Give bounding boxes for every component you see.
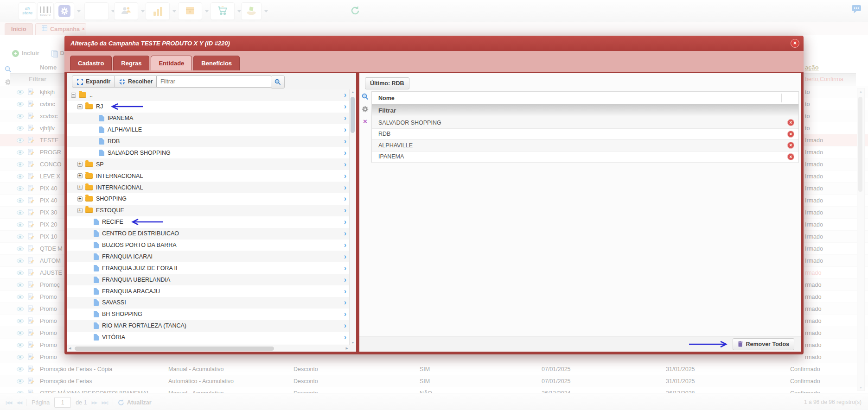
column-header-nome[interactable]: Nome <box>378 95 395 101</box>
scrollbar-thumb[interactable] <box>75 347 274 351</box>
list-item[interactable]: ALPHAVILLE <box>372 140 798 151</box>
dialog-close-button[interactable] <box>791 39 799 48</box>
tree-search-button[interactable] <box>271 76 285 88</box>
chevron-right-icon[interactable] <box>344 289 346 294</box>
chevron-right-icon[interactable] <box>344 277 346 283</box>
tree-item[interactable]: INTERNACIONAL <box>67 170 350 182</box>
gear-icon[interactable] <box>362 106 369 114</box>
chevron-right-icon[interactable] <box>344 231 346 236</box>
tree-item[interactable]: IPANEMA <box>67 113 350 124</box>
scrollbar-thumb[interactable] <box>351 97 355 133</box>
tree-node-icon <box>99 115 104 121</box>
tree-node-icon <box>94 277 99 283</box>
tree-item[interactable]: BUZIOS PORTO DA BARRA <box>67 240 350 251</box>
tree-toggle-icon[interactable] <box>77 173 83 178</box>
chevron-right-icon[interactable] <box>344 139 346 144</box>
chevron-right-icon[interactable] <box>344 323 346 328</box>
clear-filter-icon[interactable]: × <box>363 118 367 124</box>
chevron-right-icon[interactable] <box>344 127 346 132</box>
chevron-right-icon[interactable] <box>344 254 346 259</box>
tree-item[interactable]: VITÓRIA <box>67 332 350 343</box>
tree-toggle-icon[interactable] <box>77 162 83 167</box>
tree-item[interactable]: INTERNACIONAL <box>67 182 350 193</box>
scroll-up-icon[interactable]: ▲ <box>350 90 356 94</box>
list-item[interactable]: IPANEMA <box>372 151 798 163</box>
tree-node-label: BH SHOPPING <box>102 311 142 317</box>
remove-item-button[interactable] <box>787 119 794 126</box>
chevron-right-icon[interactable] <box>344 162 346 167</box>
last-selected-button[interactable]: Último: RDB <box>365 77 409 89</box>
tree-vertical-scrollbar[interactable]: ▲ ▼ <box>349 89 356 345</box>
tree-node-icon <box>85 196 93 202</box>
expand-icon <box>77 79 83 85</box>
chevron-right-icon[interactable] <box>344 150 346 156</box>
tree-item[interactable]: ESTOQUE <box>67 205 350 216</box>
tree-toggle-icon[interactable] <box>77 104 83 109</box>
search-icon <box>274 79 281 85</box>
scroll-left-icon[interactable]: ◀ <box>69 347 71 350</box>
dialog-tab-label: Cadastro <box>78 60 104 67</box>
tree-item[interactable]: BH SHOPPING <box>67 309 350 320</box>
expand-all-button[interactable]: Expandir <box>72 76 116 88</box>
chevron-right-icon[interactable] <box>344 173 346 179</box>
tree-node-icon <box>94 299 99 306</box>
list-filter-row[interactable]: Filtrar <box>372 105 798 117</box>
scroll-right-icon[interactable]: ▶ <box>346 347 348 350</box>
chevron-right-icon[interactable] <box>344 185 346 190</box>
collapse-all-button[interactable]: Recolher <box>114 76 158 88</box>
chevron-right-icon[interactable] <box>344 208 346 213</box>
dialog-tab[interactable]: Benefícios <box>193 56 240 70</box>
tree-filter-input[interactable] <box>156 76 271 88</box>
campaign-edit-dialog: Alteração da Campanha TESTE PRODUTO X Y … <box>64 36 804 354</box>
tree-toggle-icon[interactable] <box>77 208 83 213</box>
tree-node-icon <box>85 162 93 167</box>
dialog-tab[interactable]: Entidade <box>151 56 192 70</box>
tree-node-icon <box>94 242 99 248</box>
tree-toggle-icon[interactable] <box>71 93 76 98</box>
tree-item[interactable]: SHOPPING <box>67 193 350 205</box>
remove-item-button[interactable] <box>787 142 794 149</box>
tree-node-label: ALPHAVILLE <box>108 126 142 133</box>
tree-item[interactable]: .. <box>67 89 350 101</box>
tree-item[interactable]: FRANQUIA ICARAI <box>67 251 350 262</box>
tree-item[interactable]: SAVASSI <box>67 297 350 309</box>
dialog-tab[interactable]: Cadastro <box>70 56 112 70</box>
dialog-titlebar[interactable]: Alteração da Campanha TESTE PRODUTO X Y … <box>64 36 804 51</box>
annotation-arrow-left <box>110 103 144 110</box>
tree-item[interactable]: SP <box>67 158 350 170</box>
tree-item[interactable]: ALPHAVILLE <box>67 124 350 136</box>
tree-horizontal-scrollbar[interactable]: ◀ ▶ <box>67 345 350 352</box>
tree-item[interactable]: SALVADOR SHOPPING <box>67 147 350 158</box>
tree-item[interactable]: FRANQUIA JUIZ DE FORA II <box>67 262 350 274</box>
scroll-down-icon[interactable]: ▼ <box>350 341 356 344</box>
tree-node-label: FRANQUIA UBERLANDIA <box>102 277 170 283</box>
remove-all-button[interactable]: Remover Todos <box>733 338 794 350</box>
chevron-right-icon[interactable] <box>344 300 346 305</box>
dialog-tab[interactable]: Regras <box>113 56 149 70</box>
chevron-right-icon[interactable] <box>344 92 346 98</box>
chevron-right-icon[interactable] <box>344 115 346 121</box>
chevron-right-icon[interactable] <box>344 219 346 225</box>
list-item[interactable]: SALVADOR SHOPPING <box>372 117 798 129</box>
chevron-right-icon[interactable] <box>344 265 346 271</box>
tree-item[interactable]: FRANQUIA ARACAJU <box>67 285 350 297</box>
tree-item[interactable]: CENTRO DE DISTRIBUICAO <box>67 228 350 240</box>
tree-toggle-icon[interactable] <box>77 185 83 190</box>
chevron-right-icon[interactable] <box>344 242 346 248</box>
tree-item[interactable]: RIO MAR FORTALEZA (TANCA) <box>67 320 350 332</box>
chevron-right-icon[interactable] <box>344 196 346 202</box>
chevron-right-icon[interactable] <box>344 311 346 317</box>
tree-item[interactable]: RDB <box>67 136 350 147</box>
tree-toggle-icon[interactable] <box>77 196 83 202</box>
list-item[interactable]: RDB <box>372 129 798 140</box>
tree-item[interactable]: RECIFE <box>67 216 350 228</box>
list-header[interactable]: Nome <box>372 92 798 105</box>
tree-item[interactable]: FRANQUIA UBERLANDIA <box>67 274 350 285</box>
remove-item-button[interactable] <box>787 153 794 160</box>
search-icon[interactable] <box>362 93 369 101</box>
chevron-right-icon[interactable] <box>344 334 346 340</box>
tree-item[interactable]: RJ <box>67 101 350 113</box>
remove-item-button[interactable] <box>787 131 794 138</box>
dialog-tab-label: Regras <box>121 60 141 67</box>
chevron-right-icon[interactable] <box>344 104 346 109</box>
